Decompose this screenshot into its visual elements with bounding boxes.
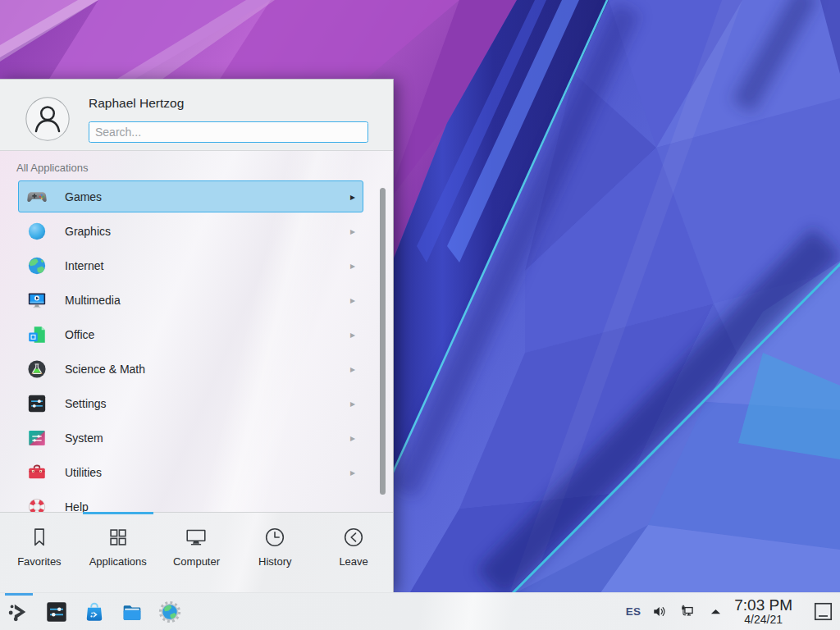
menu-item[interactable]: Multimedia ▸ (0, 283, 393, 317)
tray-item[interactable] (707, 603, 724, 620)
menu-item[interactable]: Help ▸ (0, 490, 393, 512)
search-input[interactable] (89, 121, 368, 143)
menu-item-label: Science & Math (65, 363, 145, 376)
launcher-tab-bar: Favorites Applications Computer History … (0, 512, 393, 592)
user-avatar-icon (25, 97, 70, 141)
computer-icon (184, 525, 208, 550)
menu-item[interactable]: System ▸ (0, 421, 393, 455)
multimedia-icon (26, 290, 48, 311)
utilities-icon (26, 462, 48, 483)
launcher-tab[interactable]: Computer (158, 513, 236, 592)
scrollbar[interactable] (380, 188, 386, 495)
keyboard-layout-indicator[interactable]: ES (626, 605, 641, 618)
menu-item[interactable]: Internet ▸ (0, 249, 393, 283)
taskbar-app-button[interactable] (120, 593, 144, 630)
menu-item[interactable]: Settings ▸ (0, 386, 393, 421)
section-label: All Applications (16, 162, 393, 174)
launcher-tab[interactable]: Applications (79, 513, 158, 592)
file-manager-icon (120, 600, 144, 624)
submenu-arrow-icon: ▸ (350, 260, 355, 272)
web-browser-icon (158, 600, 182, 624)
menu-item[interactable]: Science & Math ▸ (0, 352, 393, 386)
menu-item[interactable]: Graphics ▸ (0, 214, 393, 249)
system-settings-icon (44, 600, 69, 624)
launcher-header: Raphael Hertzog (0, 80, 393, 151)
menu-item-label: Internet (65, 259, 103, 272)
app-category-list: Games ▸ Graphics ▸ Internet ▸ Multimedia… (0, 180, 393, 512)
tab-label: Favorites (17, 555, 61, 568)
graphics-icon (26, 221, 48, 242)
tab-label: Computer (173, 555, 220, 568)
launcher-tab[interactable]: Leave (314, 513, 393, 592)
menu-item-label: Multimedia (65, 294, 121, 307)
submenu-arrow-icon: ▸ (350, 329, 355, 340)
office-icon (26, 324, 48, 345)
volume-icon (651, 603, 669, 620)
app-launcher-icon (7, 600, 31, 624)
show-desktop-button[interactable] (810, 597, 835, 627)
taskbar-pinned-apps (7, 593, 182, 630)
menu-item[interactable]: Games ▸ (0, 180, 393, 214)
menu-item-label: Settings (65, 397, 107, 410)
help-icon (26, 496, 48, 512)
games-icon (26, 186, 48, 208)
taskbar-app-button[interactable] (82, 593, 107, 630)
settings-icon (26, 393, 48, 414)
system-tray: ES (626, 603, 725, 620)
tab-label: Applications (89, 555, 147, 568)
leave-icon (341, 525, 366, 550)
show-desktop-icon (812, 600, 834, 623)
clock-date: 4/24/21 (734, 614, 792, 626)
submenu-arrow-icon: ▸ (350, 294, 355, 306)
menu-item-label: Games (65, 190, 102, 203)
network-icon (679, 603, 696, 620)
menu-item[interactable]: Utilities ▸ (0, 455, 393, 490)
applications-icon (106, 525, 130, 550)
menu-item-label: Utilities (65, 466, 102, 479)
tab-label: History (258, 555, 291, 568)
science-math-icon (26, 358, 48, 380)
submenu-arrow-icon: ▸ (350, 432, 355, 444)
menu-item-label: Graphics (65, 225, 111, 238)
user-name: Raphael Hertzog (89, 96, 184, 111)
tray-item[interactable] (651, 603, 669, 620)
menu-item-label: Office (65, 328, 94, 341)
launcher-tab[interactable]: Favorites (0, 513, 79, 592)
history-icon (262, 525, 287, 550)
taskbar-app-button[interactable] (7, 593, 31, 630)
expand-tray-icon (707, 603, 724, 620)
menu-item[interactable]: Office ▸ (0, 317, 393, 352)
application-launcher-menu: Raphael Hertzog All Applications Games ▸… (0, 79, 394, 592)
tray-item[interactable] (679, 603, 696, 620)
submenu-arrow-icon: ▸ (350, 467, 355, 478)
discover-software-center-icon (82, 600, 107, 624)
desktop: Raphael Hertzog All Applications Games ▸… (0, 0, 840, 630)
taskbar-app-button[interactable] (44, 593, 69, 630)
taskbar: ES 7:03 PM 4/24/21 (0, 592, 840, 630)
favorites-icon (27, 525, 52, 550)
submenu-arrow-icon: ▸ (350, 226, 355, 237)
launcher-tab[interactable]: History (235, 513, 314, 592)
menu-item-label: System (65, 431, 103, 445)
menu-item-label: Help (65, 500, 89, 512)
clock-time: 7:03 PM (734, 597, 792, 614)
submenu-arrow-icon: ▸ (350, 398, 355, 409)
submenu-arrow-icon: ▸ (350, 363, 355, 375)
digital-clock[interactable]: 7:03 PM 4/24/21 (734, 597, 792, 626)
system-icon (26, 427, 48, 449)
launcher-body: All Applications Games ▸ Graphics ▸ Inte… (0, 151, 393, 512)
tab-label: Leave (339, 555, 368, 568)
submenu-arrow-icon: ▸ (350, 191, 355, 203)
internet-icon (26, 255, 48, 276)
system-tray-icons (651, 603, 724, 620)
taskbar-app-button[interactable] (158, 593, 182, 630)
